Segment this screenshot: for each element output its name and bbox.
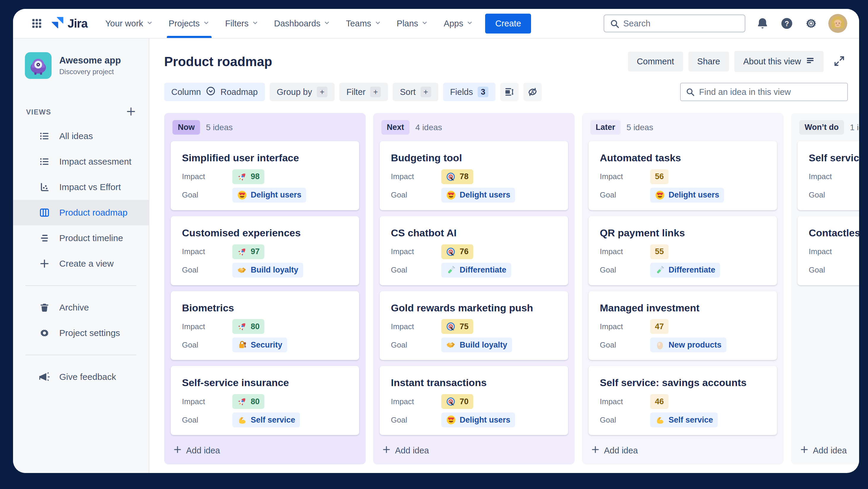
idea-card-contactless[interactable]: ContactlessImpact30Goal3 (798, 216, 859, 285)
impact-badge: 56 (650, 169, 669, 184)
nav-item-filters[interactable]: Filters (219, 9, 265, 38)
goal-row: GoalSelf service (600, 412, 766, 427)
scatter-chart-icon (38, 182, 51, 193)
add-idea-button[interactable]: Add idea (791, 439, 859, 464)
impact-value: 55 (655, 247, 664, 256)
idea-card-self-service[interactable]: Self service:Impact36Goal (798, 141, 859, 210)
sidebar-item-impact-vs-effort[interactable]: Impact vs Effort (13, 174, 149, 200)
page-title: Product roadmap (164, 54, 272, 69)
fullscreen-expand-icon[interactable] (831, 53, 848, 70)
translate-sort-icon[interactable]: A (523, 83, 542, 101)
row-height-icon[interactable] (500, 83, 519, 101)
chevron-down-icon (421, 19, 428, 28)
impact-row: Impact97 (182, 244, 348, 259)
sidebar-item-project-settings[interactable]: Project settings (13, 320, 149, 346)
add-idea-button[interactable]: Add idea (164, 439, 366, 464)
plus-icon: + (370, 87, 381, 97)
idea-card-gold-rewards-marketing-push[interactable]: Gold rewards marketing pushImpact75GoalB… (380, 291, 568, 360)
sidebar-item-all-ideas[interactable]: All ideas (13, 123, 149, 149)
impact-row: Impact47 (600, 319, 766, 334)
test-tube-emoji (446, 265, 456, 275)
column-header: Later5 ideas (582, 113, 783, 139)
share-button[interactable]: Share (688, 52, 729, 71)
user-avatar[interactable] (828, 14, 847, 33)
gear-icon (38, 328, 51, 338)
target-emoji (446, 321, 456, 332)
sidebar-item-create-a-view[interactable]: Create a view (13, 251, 149, 277)
idea-card-qr-payment-links[interactable]: QR payment linksImpact55GoalDifferentiat… (589, 216, 777, 285)
jira-logo[interactable]: Jira (49, 16, 87, 31)
goal-badge: Delight users (441, 412, 515, 427)
toolbar-chips: Group by+Filter+Sort+Fields3 (270, 83, 495, 101)
idea-card-instant-transactions[interactable]: Instant transactionsImpact70GoalDelight … (380, 366, 568, 435)
nav-item-teams[interactable]: Teams (339, 9, 388, 38)
plus-icon (38, 258, 51, 269)
sidebar-item-label: Project settings (59, 328, 120, 338)
impact-row: Impact78 (391, 169, 557, 184)
goal-value: Build loyalty (251, 265, 299, 275)
notifications-bell-icon[interactable] (755, 16, 770, 31)
nav-item-dashboards[interactable]: Dashboards (268, 9, 337, 38)
sort-chip[interactable]: Sort+ (393, 83, 438, 101)
chip-label: Sort (400, 87, 415, 97)
impact-value: 97 (251, 247, 259, 256)
idea-card-self-service-savings-accounts[interactable]: Self service: savings accountsImpact46Go… (589, 366, 777, 435)
goal-row: GoalDifferentiate (391, 263, 557, 278)
create-button[interactable]: Create (485, 13, 531, 33)
add-idea-button[interactable]: Add idea (373, 439, 575, 464)
sidebar-feedback: Give feedback (13, 364, 149, 390)
sidebar-item-impact-assesment[interactable]: Impact assesment (13, 149, 149, 174)
help-icon[interactable]: ? (780, 16, 794, 31)
idea-card-self-service-insurance[interactable]: Self-service insuranceImpact80GoalSelf s… (171, 366, 359, 435)
sidebar-item-product-timeline[interactable]: Product timeline (13, 225, 149, 251)
goal-label: Goal (809, 191, 859, 200)
nav-item-plans[interactable]: Plans (390, 9, 435, 38)
sidebar-item-product-roadmap[interactable]: Product roadmap (13, 200, 149, 225)
impact-row: Impact76 (391, 244, 557, 259)
impact-row: Impact98 (182, 169, 348, 184)
project-header[interactable]: Awesome app Discovery project (13, 52, 149, 79)
handshake-emoji (446, 340, 456, 350)
add-idea-button[interactable]: Add idea (582, 439, 783, 464)
list-icon (38, 156, 51, 167)
goal-row: GoalDifferentiate (600, 263, 766, 278)
views-list: All ideasImpact assesmentImpact vs Effor… (13, 123, 149, 277)
find-idea-input[interactable] (680, 83, 848, 101)
heart-eyes-emoji (237, 190, 247, 200)
idea-card-automated-tasks[interactable]: Automated tasksImpact56GoalDelight users (589, 141, 777, 210)
views-header: VIEWS (26, 106, 136, 118)
goal-badge: Delight users (232, 188, 306, 203)
idea-card-managed-investment[interactable]: Managed investmentImpact47GoalNew produc… (589, 291, 777, 360)
global-search-input[interactable] (604, 15, 745, 32)
idea-card-customised-experiences[interactable]: Customised experiencesImpact97GoalBuild … (171, 216, 359, 285)
column-view-chip[interactable]: Column Roadmap (164, 83, 265, 101)
sidebar-item-give-feedback[interactable]: Give feedback (13, 364, 149, 390)
add-view-icon[interactable] (126, 106, 136, 118)
app-switcher-icon[interactable] (28, 15, 45, 32)
goal-value: Delight users (460, 191, 510, 200)
column-idea-count: 1 idea (850, 123, 859, 132)
group-by-chip[interactable]: Group by+ (270, 83, 335, 101)
idea-card-biometrics[interactable]: BiometricsImpact80GoalSecurity (171, 291, 359, 360)
idea-card-cs-chatbot-ai[interactable]: CS chatbot AIImpact76GoalDifferentiate (380, 216, 568, 285)
nav-item-projects[interactable]: Projects (162, 9, 216, 38)
impact-value: 47 (655, 322, 664, 331)
add-plus-icon (382, 445, 391, 456)
idea-card-simplified-user-interface[interactable]: Simplified user interfaceImpact98GoalDel… (171, 141, 359, 210)
settings-gear-icon[interactable] (804, 16, 818, 31)
impact-label: Impact (182, 322, 232, 331)
impact-badge: 98 (232, 169, 264, 184)
idea-card-budgeting-tool[interactable]: Budgeting toolImpact78GoalDelight users (380, 141, 568, 210)
chevron-down-icon (203, 19, 210, 28)
comment-button[interactable]: Comment (628, 52, 683, 71)
nav-item-your-work[interactable]: Your work (99, 9, 160, 38)
about-this-view-button[interactable]: About this view (734, 51, 824, 72)
target-emoji (446, 397, 456, 407)
fields-chip[interactable]: Fields3 (443, 83, 495, 101)
goal-label: Goal (182, 340, 232, 350)
filter-chip[interactable]: Filter+ (339, 83, 388, 101)
nav-item-apps[interactable]: Apps (437, 9, 480, 38)
plus-icon: + (317, 87, 328, 97)
goal-badge: Self service (232, 412, 300, 427)
sidebar-item-archive[interactable]: Archive (13, 295, 149, 320)
